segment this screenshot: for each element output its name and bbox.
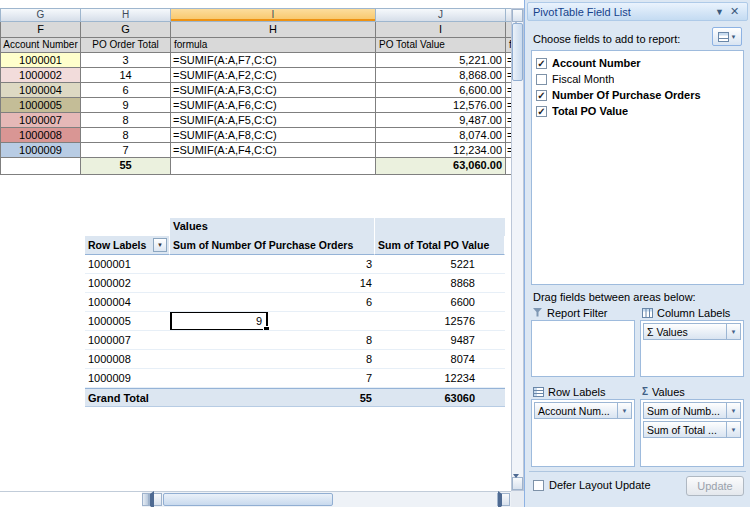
header-po-total-value[interactable]: PO Total Value [376,38,506,53]
scroll-down-button[interactable] [512,477,523,490]
cell-account-number[interactable]: 1000004 [1,83,81,98]
cell-po-total-value[interactable]: 12,576.00 [376,98,506,113]
field-item-number-of-purchase-orders[interactable]: ✓ Number Of Purchase Orders [532,87,743,103]
cell-po-total-value[interactable]: 8,074.00 [376,128,506,143]
col-header-j[interactable]: J [376,8,506,22]
col-header-i-selected[interactable]: I [171,8,376,22]
pivot-header-value[interactable]: Sum of Total PO Value [375,236,505,255]
tab-split-handle[interactable] [142,493,149,506]
report-filter-area[interactable] [531,320,635,377]
horizontal-scroll-thumb[interactable] [163,493,333,506]
chevron-down-icon[interactable]: ▼ [727,408,740,414]
checkbox-checked[interactable]: ✓ [536,106,547,117]
col-header-g[interactable]: G [1,8,81,22]
chevron-down-icon[interactable]: ▼ [727,427,740,433]
pivot-row-label[interactable]: 1000007 [85,331,170,350]
checkbox-checked[interactable]: ✓ [536,90,547,101]
cell-orders-total[interactable]: 55 [81,158,171,175]
chevron-down-icon[interactable]: ▼ [727,329,740,335]
scroll-up-button[interactable] [512,9,523,22]
cell-po-order-total[interactable]: 8 [81,113,171,128]
chevron-down-icon[interactable]: ▼ [618,408,631,414]
grand-total-label[interactable]: Grand Total [85,388,170,407]
cell-value-total[interactable]: 63,060.00 [376,158,506,175]
row-labels-area[interactable]: Account Num... ▼ [531,399,635,467]
row-labels-filter-button[interactable]: ▼ [153,238,167,252]
pivot-orders-cell[interactable]: 3 [170,255,375,274]
cell-po-total-value[interactable]: 12,234.00 [376,143,506,158]
scroll-left-button[interactable] [149,493,162,506]
pivot-header-orders[interactable]: Sum of Number Of Purchase Orders [170,236,375,255]
checkbox-checked[interactable]: ✓ [536,58,547,69]
cell-account-number[interactable]: 1000005 [1,98,81,113]
panel-titlebar[interactable]: PivotTable Field List ▼ ✕ [527,2,748,21]
header-account-number[interactable]: Account Number [1,38,81,53]
pivot-row-label[interactable]: 1000009 [85,369,170,388]
pivot-orders-cell[interactable]: 9 [170,312,375,331]
vertical-scrollbar[interactable] [511,8,524,491]
cell-po-order-total[interactable]: 8 [81,128,171,143]
grand-total-orders[interactable]: 55 [170,388,375,407]
cell-account-number[interactable]: 1000001 [1,53,81,68]
field-item-total-po-value[interactable]: ✓ Total PO Value [532,103,743,119]
cell-account-number[interactable]: 1000007 [1,113,81,128]
cell-po-order-total[interactable]: 9 [81,98,171,113]
field-button-sum-of-total[interactable]: Sum of Total ... ▼ [643,421,741,438]
defer-layout-update[interactable]: Defer Layout Update [533,479,651,491]
pivot-orders-cell[interactable]: 7 [170,369,375,388]
cell-po-order-total[interactable]: 6 [81,83,171,98]
pivot-orders-cell[interactable]: 8 [170,350,375,369]
cell-formula[interactable]: =SUMIF(A:A,F8,C:C) [171,128,376,143]
checkbox-unchecked[interactable] [536,74,547,85]
field-item-account-number[interactable]: ✓ Account Number [532,55,743,71]
pivot-value-cell[interactable]: 8868 [375,274,505,293]
sheet-cell-letter[interactable]: I [376,22,506,38]
cell-account-number[interactable]: 1000009 [1,143,81,158]
pivot-value-cell[interactable]: 5221 [375,255,505,274]
field-button-account-number[interactable]: Account Num... ▼ [534,402,632,419]
cell-formula[interactable]: =SUMIF(A:A,F3,C:C) [171,83,376,98]
field-list-layout-button[interactable]: ▼ [712,27,742,46]
pivot-row-label[interactable]: 1000002 [85,274,170,293]
cell-formula[interactable]: =SUMIF(A:A,F4,C:C) [171,143,376,158]
column-labels-area[interactable]: Σ Values ▼ [640,320,744,377]
pivot-row-label[interactable]: 1000005 [85,312,170,331]
cell-po-order-total[interactable]: 14 [81,68,171,83]
pivot-values-band-cell[interactable] [375,218,505,236]
scroll-right-button[interactable] [497,493,510,506]
panel-close-icon[interactable]: ✕ [727,5,742,18]
col-header-h[interactable]: H [81,8,171,22]
pivot-row-label[interactable]: 1000001 [85,255,170,274]
pivot-orders-cell[interactable]: 6 [170,293,375,312]
pivot-row-labels-header[interactable]: Row Labels ▼ [85,236,170,255]
cell-po-total-value[interactable]: 6,600.00 [376,83,506,98]
grand-total-value[interactable]: 63060 [375,388,505,407]
pivot-values-label[interactable]: Values [170,218,375,236]
pivot-orders-cell[interactable]: 8 [170,331,375,350]
header-po-order-total[interactable]: PO Order Total [81,38,171,53]
cell-po-order-total[interactable]: 3 [81,53,171,68]
pivot-value-cell[interactable]: 6600 [375,293,505,312]
values-area[interactable]: Sum of Numb... ▼ Sum of Total ... ▼ [640,399,744,467]
panel-menu-icon[interactable]: ▼ [712,7,727,17]
cell-account-number[interactable]: 1000002 [1,68,81,83]
pivot-row-label[interactable]: 1000008 [85,350,170,369]
sheet-cell-letter[interactable]: H [171,22,376,38]
sheet-cell-letter[interactable]: G [81,22,171,38]
cell-empty[interactable] [171,158,376,175]
sheet-cell-letter[interactable]: F [1,22,81,38]
selected-cell[interactable]: 9 [170,312,268,331]
pivot-value-cell[interactable]: 8074 [375,350,505,369]
field-item-fiscal-month[interactable]: Fiscal Month [532,71,743,87]
pivot-row-label[interactable]: 1000004 [85,293,170,312]
cell-po-total-value[interactable]: 8,868.00 [376,68,506,83]
pivot-value-cell[interactable]: 12576 [375,312,505,331]
cell-empty[interactable] [1,158,81,175]
pivot-orders-cell[interactable]: 14 [170,274,375,293]
update-button[interactable]: Update [686,476,744,496]
field-button-sigma-values[interactable]: Σ Values ▼ [643,323,741,340]
header-formula[interactable]: formula [171,38,376,53]
vertical-scroll-thumb[interactable] [512,23,523,81]
cell-po-order-total[interactable]: 7 [81,143,171,158]
cell-po-total-value[interactable]: 9,487.00 [376,113,506,128]
